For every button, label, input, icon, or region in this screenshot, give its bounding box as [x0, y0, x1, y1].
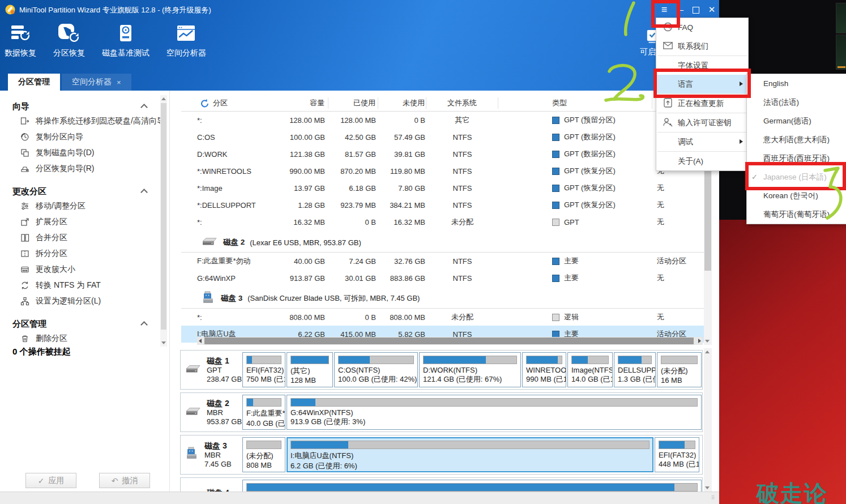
- diskmap-vertical-scrollbar[interactable]: [704, 348, 712, 492]
- scroll-left-icon[interactable]: [199, 339, 202, 343]
- sidebar-item-migrate-os[interactable]: 将操作系统迁移到固态硬盘/高清向导: [0, 113, 169, 129]
- column-header-used[interactable]: 已使用: [328, 97, 378, 109]
- scroll-up-icon[interactable]: [161, 97, 166, 100]
- disk-label[interactable]: 磁盘 2MBR953.87 GB: [181, 393, 241, 432]
- apply-button[interactable]: ✓ 应用: [25, 473, 76, 488]
- close-button[interactable]: ✕: [704, 3, 719, 16]
- usage-bar-fill: [247, 399, 253, 406]
- partition-block[interactable]: C:OS(NTFS)100.0 GB (已使用: 42%): [334, 352, 418, 387]
- language-item-japanese[interactable]: ✓Japanese (日本語): [747, 168, 846, 186]
- menu-item-font-settings[interactable]: 字体设置: [656, 56, 748, 75]
- partition-block[interactable]: EFI(FAT32)448 MB (已1: [655, 437, 699, 472]
- partition-block[interactable]: D:WORK(NTFS)121.4 GB (已使用: 67%): [419, 352, 521, 387]
- partition-row[interactable]: *:Image13.97 GB6.18 GB7.80 GBNTFSGPT (恢复…: [181, 180, 704, 197]
- sidebar-item-merge-partition[interactable]: 合并分区: [0, 230, 169, 246]
- menu-item-license-key[interactable]: 输入许可证密钥: [656, 113, 748, 132]
- scroll-right-icon[interactable]: [698, 339, 701, 343]
- tab-partition-manager[interactable]: 分区管理: [8, 74, 60, 91]
- desktop-thumbnail-icon[interactable]: [836, 35, 846, 70]
- desktop-thumbnail-icon[interactable]: [836, 3, 846, 33]
- sidebar-section-header[interactable]: 更改分区: [0, 185, 169, 198]
- partition-block[interactable]: [242, 480, 702, 492]
- partition-row[interactable]: G:64WinXP913.87 GB30.01 GB883.86 GBNTFS主…: [181, 270, 704, 287]
- refresh-icon[interactable]: [200, 99, 210, 108]
- partition-row[interactable]: *:16.32 MB0 B16.32 MB未分配GPT无: [181, 213, 704, 230]
- toolbar-button-space-analyzer[interactable]: 空间分析器: [166, 24, 206, 58]
- scroll-down-icon[interactable]: [161, 341, 166, 344]
- column-header-partition[interactable]: 分区: [213, 97, 228, 109]
- partition-row[interactable]: C:OS100.00 GB42.50 GB57.49 GBNTFSGPT (数据…: [181, 129, 704, 146]
- resize-grip[interactable]: ⠿: [711, 497, 717, 502]
- minimize-button[interactable]: –: [674, 3, 689, 16]
- partition-block[interactable]: (其它)128 MB: [287, 352, 333, 387]
- scroll-down-icon[interactable]: [705, 340, 710, 343]
- language-item-spanish[interactable]: 西班牙语(西班牙语): [747, 149, 846, 168]
- partition-row[interactable]: F:此盘重要*勿动40.00 GB7.24 GB32.76 GBNTFS主要活动…: [181, 253, 704, 270]
- partition-row[interactable]: *:128.00 MB128.00 MB0 B其它GPT (预留分区): [181, 112, 704, 129]
- disk-label[interactable]: 磁盘 3MBR7.45 GB: [181, 435, 241, 474]
- partition-block[interactable]: F:此盘重要*:40.0 GB (已1: [242, 395, 285, 430]
- menu-item-about[interactable]: 关于(A): [656, 152, 748, 170]
- language-item-korean[interactable]: Korean (한국어): [747, 186, 846, 205]
- partition-block[interactable]: (未分配)16 MB: [657, 352, 702, 387]
- sidebar-item-move-resize[interactable]: 移动/调整分区: [0, 198, 169, 214]
- language-item-italian[interactable]: 意大利语(意大利语): [747, 130, 846, 149]
- partition-row[interactable]: *:WINRETOOLS990.00 MB870.20 MB119.80 MBN…: [181, 163, 704, 180]
- menu-item-language[interactable]: 语言: [656, 75, 748, 93]
- disk-label[interactable]: 磁盘 1GPT238.47 GB: [181, 351, 241, 389]
- hamburger-menu-button[interactable]: ≡: [657, 3, 672, 16]
- toolbar-button-data-recovery[interactable]: 数据恢复: [5, 24, 36, 58]
- partition-block[interactable]: G:64WinXP(NTFS)913.9 GB (已使用: 3%): [287, 395, 702, 430]
- partition-row[interactable]: *:808.00 MB0 B808.00 MB未分配逻辑无: [181, 309, 704, 326]
- sidebar-item-change-cluster-size[interactable]: 更改簇大小: [0, 262, 169, 277]
- menu-item-contact-us[interactable]: 联系我们: [656, 37, 748, 55]
- sidebar-item-partition-recovery-wizard[interactable]: 分区恢复向导(R): [0, 161, 169, 177]
- maximize-button[interactable]: [689, 3, 703, 16]
- menu-item-debug[interactable]: 调试: [656, 133, 748, 151]
- scrollbar-thumb[interactable]: [204, 338, 694, 344]
- scrollbar-thumb[interactable]: [161, 103, 166, 330]
- sidebar-item-extend-partition[interactable]: 扩展分区: [0, 214, 169, 230]
- toolbar-button-disk-benchmark[interactable]: 磁盘基准测试: [102, 24, 149, 58]
- menu-item-check-updates[interactable]: 正在检查更新: [656, 94, 748, 113]
- toolbar-button-partition-recovery[interactable]: 分区恢复: [53, 24, 85, 58]
- sidebar-section-title: 分区管理: [12, 319, 46, 330]
- toolbar-button-label: 分区恢复: [53, 48, 85, 58]
- column-header-type[interactable]: 类型: [498, 97, 652, 109]
- disk-label[interactable]: 磁盘 4: [181, 478, 241, 492]
- column-header-unused[interactable]: 未使用: [378, 97, 426, 109]
- partition-block[interactable]: EFI(FAT32)750 MB (已1: [242, 352, 285, 387]
- language-item-portuguese[interactable]: 葡萄牙语(葡萄牙语): [747, 205, 846, 224]
- partition-block[interactable]: Image(NTFS14.0 GB (已1: [567, 352, 613, 387]
- partition-block[interactable]: DELLSUPPO1.3 GB (已使: [614, 352, 656, 387]
- disk-group-row[interactable]: 磁盘 3(SanDisk Cruzer Blade USB, 可拆卸, MBR,…: [181, 289, 704, 309]
- undo-button[interactable]: ↶ 撤消: [99, 473, 150, 488]
- disk-group-row[interactable]: 磁盘 2(Lexar E6 USB, MBR, 953.87 GB): [181, 233, 704, 253]
- sidebar-item-set-logical[interactable]: 设置为逻辑分区(L): [0, 293, 169, 309]
- partition-block[interactable]: I:电脑店U盘(NTFS)6.2 GB (已使用: 6%): [287, 437, 653, 472]
- partition-row[interactable]: *:DELLSUPPORT1.28 GB923.79 MB384.21 MBNT…: [181, 197, 704, 213]
- language-item-german[interactable]: German(德语): [747, 112, 846, 130]
- partition-filesystem: 未分配: [426, 312, 498, 322]
- language-item-english[interactable]: English: [747, 74, 846, 93]
- sidebar-scrollbar[interactable]: [160, 95, 167, 347]
- sidebar-section-header[interactable]: 分区管理: [0, 317, 169, 331]
- tab-close-icon[interactable]: ×: [117, 78, 121, 87]
- sidebar-item-split-partition[interactable]: 拆分分区: [0, 246, 169, 262]
- horizontal-scrollbar[interactable]: [197, 337, 703, 345]
- scroll-up-icon[interactable]: [705, 351, 710, 353]
- column-header-capacity[interactable]: 容量: [277, 97, 328, 109]
- language-item-french[interactable]: 法语(法语): [747, 93, 846, 112]
- partition-block[interactable]: WINRETOOL990 MB (已1: [522, 352, 566, 387]
- sidebar-item-copy-disk-wizard[interactable]: 复制磁盘向导(D): [0, 145, 169, 161]
- sidebar-section-header[interactable]: 向导: [0, 100, 169, 113]
- sidebar-item-convert-ntfs-fat[interactable]: 转换 NTFS 为 FAT: [0, 277, 169, 293]
- partition-block[interactable]: (未分配)808 MB: [242, 437, 285, 472]
- column-header-filesystem[interactable]: 文件系统: [426, 97, 498, 109]
- menu-item-faq[interactable]: FAQFAQ: [656, 18, 748, 37]
- partition-row[interactable]: D:WORK121.38 GB81.57 GB39.81 GBNTFSGPT (…: [181, 146, 704, 163]
- tab-space-analyzer[interactable]: 空间分析器×: [62, 74, 131, 91]
- scroll-down-icon[interactable]: [705, 486, 710, 489]
- sidebar-item-delete-partition[interactable]: 删除分区: [0, 331, 169, 347]
- sidebar-item-copy-partition-wizard[interactable]: 复制分区向导: [0, 129, 169, 145]
